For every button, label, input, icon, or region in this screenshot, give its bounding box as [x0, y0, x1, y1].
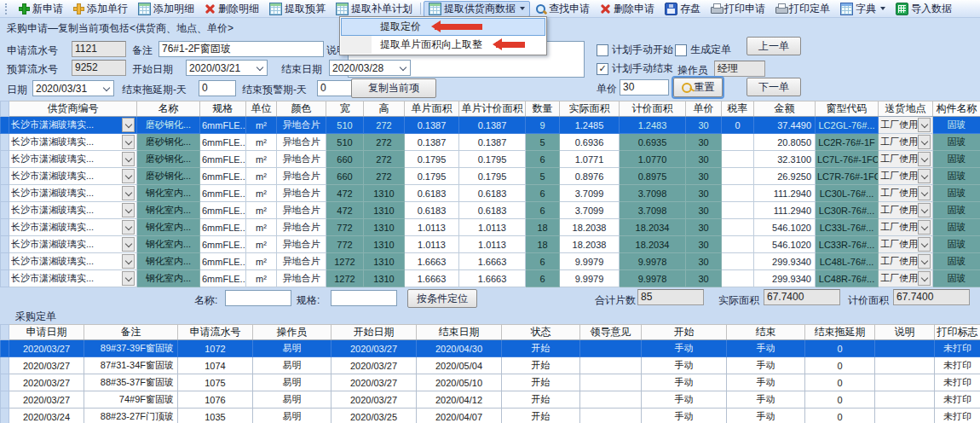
- cell-unit-price[interactable]: 30: [686, 134, 722, 151]
- cell-piece-price-area[interactable]: 0.1795: [459, 168, 526, 185]
- combo-dropdown-button[interactable]: [122, 237, 135, 252]
- cell-request-serial[interactable]: 1076: [178, 391, 253, 409]
- row-selector[interactable]: [1, 202, 9, 219]
- cell-component-name[interactable]: 固玻: [933, 253, 980, 270]
- combo-dropdown-button[interactable]: [918, 169, 931, 183]
- cell-tax-rate[interactable]: [722, 202, 754, 219]
- cell-width[interactable]: 772: [326, 236, 364, 253]
- cell-request-serial[interactable]: 1075: [178, 374, 253, 391]
- cell-remark[interactable]: 88#23-27F门顶玻: [84, 409, 178, 423]
- cell-window-code[interactable]: LC48L-76#...: [816, 253, 879, 270]
- cell-component-name[interactable]: 固玻: [933, 219, 980, 236]
- row-selector[interactable]: [1, 253, 9, 270]
- row-selector[interactable]: [1, 357, 9, 374]
- cell-remark[interactable]: 74#9F窗固玻: [84, 391, 178, 409]
- cell-operator[interactable]: 易明: [253, 340, 331, 357]
- end-warning-input[interactable]: 0: [317, 80, 353, 96]
- cell-start-date[interactable]: 2020/03/27: [331, 357, 417, 374]
- cell-delivery-location[interactable]: 工厂使用: [879, 117, 933, 134]
- cell-actual-area[interactable]: 1.0771: [560, 151, 620, 168]
- cell-width[interactable]: 660: [326, 168, 364, 185]
- cell-operator[interactable]: 易明: [253, 409, 331, 423]
- combo-dropdown-button[interactable]: [918, 220, 931, 235]
- locate-by-condition-button[interactable]: 按条件定位: [407, 289, 477, 308]
- cell-end-date[interactable]: 2020/04/12: [417, 391, 502, 409]
- cell-height[interactable]: 1310: [364, 253, 405, 270]
- prev-order-button[interactable]: 上一单: [747, 37, 801, 55]
- cell-unit[interactable]: m²: [246, 168, 277, 185]
- cell-spec[interactable]: 6mmFLE...: [200, 219, 246, 236]
- cell-leader-opinion[interactable]: [580, 391, 642, 409]
- cell-piece-area[interactable]: 0.6183: [405, 185, 459, 202]
- cell-qty[interactable]: 5: [526, 134, 560, 151]
- cell-piece-price-area[interactable]: 1.6663: [459, 253, 526, 270]
- cell-qty[interactable]: 6: [526, 270, 560, 287]
- combo-dropdown-button[interactable]: [122, 169, 135, 183]
- cell-leader-opinion[interactable]: [580, 357, 642, 374]
- checkbox-generate-order[interactable]: 生成定单: [675, 43, 731, 57]
- cell-request-serial[interactable]: 1072: [178, 340, 253, 357]
- cell-amount[interactable]: 546.1020: [754, 219, 816, 236]
- cell-unit[interactable]: m²: [246, 185, 277, 202]
- cell-request-date[interactable]: 2020/03/27: [9, 340, 84, 357]
- cell-name[interactable]: 磨砂钢化...: [137, 168, 200, 185]
- toolbar-button-save[interactable]: 存盘: [660, 1, 706, 17]
- cell-supplier[interactable]: 长沙市潇湘玻璃实...: [9, 151, 137, 168]
- cell-spec[interactable]: 6mmFLE...: [200, 117, 246, 134]
- cell-start-date[interactable]: 2020/03/27: [331, 374, 417, 391]
- combo-dropdown-button[interactable]: [122, 271, 135, 286]
- cell-width[interactable]: 1272: [326, 253, 364, 270]
- cell-request-serial[interactable]: 1035: [178, 409, 253, 423]
- cell-amount[interactable]: 37.4490: [754, 117, 816, 134]
- end-delay-input[interactable]: 0: [199, 80, 236, 96]
- cell-end-delay[interactable]: 0: [805, 374, 875, 391]
- cell-actual-area[interactable]: 3.7099: [560, 202, 620, 219]
- cell-price-area[interactable]: 0.6935: [620, 134, 686, 151]
- cell-height[interactable]: 1310: [364, 219, 405, 236]
- toolbar-button-find-request[interactable]: 查找申请: [530, 1, 595, 17]
- cell-spec[interactable]: 6mmFLE...: [200, 253, 246, 270]
- cell-piece-area[interactable]: 0.6183: [405, 202, 459, 219]
- cell-name[interactable]: 钢化室内...: [137, 202, 200, 219]
- cell-window-code[interactable]: LC2GL-76#...: [816, 117, 879, 134]
- combo-dropdown-button[interactable]: [122, 152, 135, 166]
- cell-piece-area[interactable]: 1.0113: [405, 236, 459, 253]
- cell-name[interactable]: 钢化室内...: [137, 270, 200, 287]
- cell-spec[interactable]: 6mmFLE...: [200, 202, 246, 219]
- cell-color[interactable]: 异地合片: [277, 151, 326, 168]
- cell-end[interactable]: 手动: [727, 391, 805, 409]
- cell-height[interactable]: 1310: [364, 185, 405, 202]
- cell-piece-price-area[interactable]: 0.6183: [459, 202, 526, 219]
- cell-operator[interactable]: 易明: [253, 374, 331, 391]
- cell-amount[interactable]: 111.2940: [754, 185, 816, 202]
- cell-piece-area[interactable]: 1.0113: [405, 219, 459, 236]
- cell-window-code[interactable]: LC33R-76#...: [816, 236, 879, 253]
- cell-end-date[interactable]: 2020/05/04: [417, 357, 502, 374]
- row-selector[interactable]: [1, 151, 9, 168]
- cell-piece-area[interactable]: 0.1795: [405, 168, 459, 185]
- cell-price-area[interactable]: 1.2483: [620, 117, 686, 134]
- cell-delivery-location[interactable]: 工厂使用: [879, 253, 933, 270]
- cell-height[interactable]: 272: [364, 168, 405, 185]
- cell-unit[interactable]: m²: [246, 202, 277, 219]
- cell-supplier[interactable]: 长沙市潇湘玻璃实...: [9, 117, 137, 134]
- cell-end-delay[interactable]: 0: [805, 391, 875, 409]
- cell-operator[interactable]: 易明: [253, 391, 331, 409]
- cell-tax-rate[interactable]: [722, 134, 754, 151]
- cell-amount[interactable]: 546.1020: [754, 236, 816, 253]
- combo-dropdown-button[interactable]: [122, 118, 135, 132]
- cell-window-code[interactable]: LC2R-76#-1F: [816, 134, 879, 151]
- cell-end-date[interactable]: 2020/05/10: [417, 374, 502, 391]
- cell-qty[interactable]: 18: [526, 236, 560, 253]
- cell-start-date[interactable]: 2020/03/25: [331, 409, 417, 423]
- cell-actual-area[interactable]: 18.2038: [560, 236, 620, 253]
- cell-leader-opinion[interactable]: [580, 374, 642, 391]
- toolbar-button-print-request[interactable]: 打印申请: [706, 1, 770, 17]
- cell-width[interactable]: 472: [326, 185, 364, 202]
- budget-serial-field[interactable]: 9252: [72, 60, 126, 76]
- cell-supplier[interactable]: 长沙市潇湘玻璃实...: [9, 236, 137, 253]
- cell-piece-area[interactable]: 0.1387: [405, 117, 459, 134]
- cell-operator[interactable]: 易明: [253, 357, 331, 374]
- cell-component-name[interactable]: 固玻: [933, 270, 980, 287]
- cell-leader-opinion[interactable]: [580, 409, 642, 423]
